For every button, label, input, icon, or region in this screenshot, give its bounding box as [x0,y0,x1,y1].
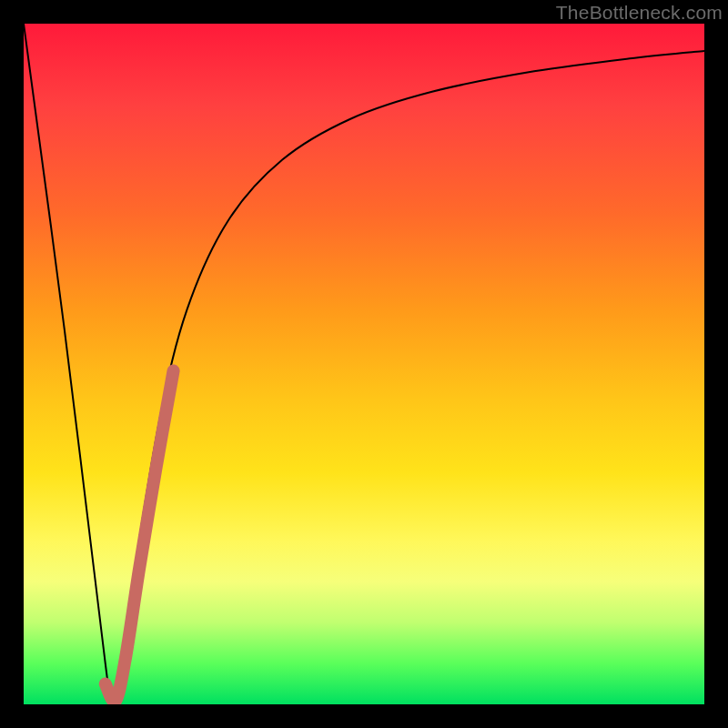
chart-svg [24,24,704,704]
watermark-text: TheBottleneck.com [556,2,723,24]
plot-area [24,24,704,704]
highlight-band [106,370,174,702]
bottleneck-curve [24,24,704,704]
chart-frame: TheBottleneck.com [0,0,728,728]
series-group [24,24,704,704]
